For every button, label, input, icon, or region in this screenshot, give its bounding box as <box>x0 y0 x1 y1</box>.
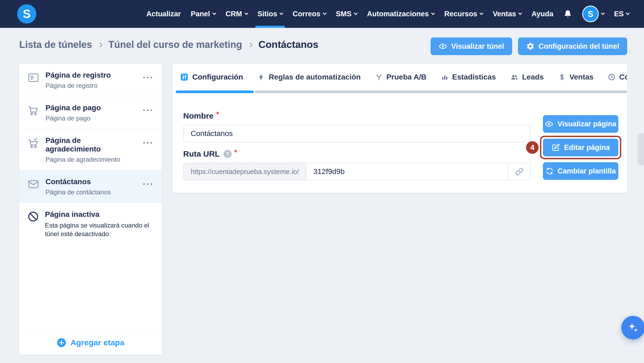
edge-panel-handle[interactable] <box>638 133 644 165</box>
tab-leads[interactable]: Leads <box>510 73 544 81</box>
step-subtitle: Página de contáctanos <box>45 188 136 196</box>
lightning-icon <box>258 73 265 81</box>
chevron-down-icon <box>480 11 483 15</box>
edit-pencil-icon <box>551 143 560 152</box>
nav-item-sms[interactable]: SMS <box>336 0 357 28</box>
page-settings-card: Configuración Reglas de automatización P… <box>172 64 627 193</box>
split-branch-icon <box>375 73 383 81</box>
chevron-down-icon <box>518 11 522 15</box>
breadcrumb: Lista de túneles Túnel del curso de mark… <box>19 39 318 50</box>
nav-item-crm[interactable]: CRM <box>225 0 248 28</box>
required-asterisk: * <box>216 110 219 119</box>
page-tabs: Configuración Reglas de automatización P… <box>172 64 627 90</box>
chevron-down-icon <box>626 11 630 15</box>
tabs-underline <box>172 90 627 93</box>
change-template-button[interactable]: Cambiar plantilla <box>543 162 618 180</box>
language-code: ES <box>614 10 624 18</box>
nav-item-automatizaciones[interactable]: Automatizaciones <box>367 0 434 28</box>
url-input-group: https://cuentadeprueba.systeme.io/ <box>183 163 531 180</box>
eye-icon <box>439 42 447 51</box>
help-icon[interactable]: ? <box>224 150 232 158</box>
chevron-down-icon <box>212 11 216 15</box>
nav-items: Actualizar Panel CRM Sitios Correos SMS … <box>146 0 629 28</box>
plus-circle-icon <box>57 338 66 347</box>
envelope-icon <box>27 178 40 190</box>
tab-reglas-automatizacion[interactable]: Reglas de automatización <box>258 73 361 81</box>
account-menu[interactable]: S <box>582 6 604 22</box>
funnel-header-actions: Visualizar túnel Configuración del túnel <box>431 37 627 55</box>
step-item-contactanos[interactable]: Contáctanos Página de contáctanos ··· <box>19 170 162 203</box>
step-subtitle: Página de registro <box>45 82 136 89</box>
nav-item-correos[interactable]: Correos <box>293 0 326 28</box>
assistant-fab[interactable] <box>621 316 644 339</box>
step-subtitle: Página de agradecimiento <box>45 156 136 163</box>
chevron-down-icon <box>279 11 283 15</box>
tabs-scrollbar-track[interactable] <box>255 90 627 93</box>
active-tab-underline <box>176 90 254 93</box>
step-more-menu-icon[interactable]: ··· <box>142 104 155 116</box>
add-step-button[interactable]: Agregar etapa <box>19 330 162 355</box>
tutorial-step-badge: 4 <box>526 141 539 154</box>
inactive-page-title: Página inactiva <box>45 210 155 219</box>
tab-configuracion[interactable]: Configuración <box>180 73 243 81</box>
edit-page-button[interactable]: Editar página <box>543 139 618 156</box>
chevron-down-icon <box>431 11 435 15</box>
nav-item-ayuda[interactable]: Ayuda <box>531 0 553 28</box>
nav-item-actualizar[interactable]: Actualizar <box>146 0 181 28</box>
refresh-icon <box>546 167 554 175</box>
step-item-registro[interactable]: Página de registro Página de registro ··… <box>19 64 162 96</box>
copy-link-button[interactable] <box>508 163 530 180</box>
step-item-agradecimiento[interactable]: Página de agradecimiento Página de agrad… <box>19 129 162 170</box>
nav-item-ventas[interactable]: Ventas <box>493 0 522 28</box>
nav-item-sitios[interactable]: Sitios <box>258 0 283 28</box>
step-more-menu-icon[interactable]: ··· <box>142 177 155 190</box>
edit-page-highlight-outline: 4 Editar página <box>540 136 621 159</box>
user-avatar: S <box>582 6 599 22</box>
chevron-down-icon <box>601 11 605 15</box>
step-title: Página de registro <box>45 71 136 80</box>
slash-circle-icon <box>27 211 39 222</box>
chevron-down-icon <box>354 11 358 15</box>
chevron-right-icon <box>98 42 102 47</box>
app-logo[interactable]: S <box>17 4 36 24</box>
required-asterisk: * <box>234 148 237 157</box>
tab-ventas[interactable]: Ventas <box>558 73 593 81</box>
notifications-bell-icon[interactable] <box>563 9 572 18</box>
step-title: Página de pago <box>45 104 136 112</box>
breadcrumb-current-page: Contáctanos <box>258 39 318 50</box>
link-icon <box>515 167 524 176</box>
chevron-down-icon <box>244 11 248 15</box>
breadcrumb-funnels-list[interactable]: Lista de túneles <box>19 39 92 50</box>
top-navbar: S Actualizar Panel CRM Sitios Correos SM… <box>0 0 644 28</box>
visualize-page-button[interactable]: Visualizar página <box>543 115 618 133</box>
nav-item-recursos[interactable]: Recursos <box>444 0 483 28</box>
visualize-funnel-button[interactable]: Visualizar túnel <box>431 37 512 55</box>
bar-chart-icon <box>441 73 448 81</box>
tab-estadisticas[interactable]: Estadísticas <box>441 73 496 81</box>
sparkles-icon <box>627 322 639 334</box>
chevron-right-icon <box>248 42 253 47</box>
tab-configu-truncated[interactable]: Configu <box>608 73 627 81</box>
dollar-icon <box>558 73 566 81</box>
step-more-menu-icon[interactable]: ··· <box>142 136 155 149</box>
clock-icon <box>608 73 615 81</box>
step-more-menu-icon[interactable]: ··· <box>142 71 155 84</box>
url-prefix: https://cuentadeprueba.systeme.io/ <box>184 163 306 180</box>
page-action-buttons: Visualizar página 4 Editar página Cambia… <box>543 115 618 180</box>
eye-icon <box>545 120 553 128</box>
cart-check-icon <box>27 137 40 149</box>
language-selector[interactable]: ES <box>614 10 629 18</box>
nav-item-panel[interactable]: Panel <box>191 0 216 28</box>
step-title: Página de agradecimiento <box>45 136 136 153</box>
inactive-page-description: Esta página se visualizará cuando el tún… <box>45 221 155 239</box>
tab-prueba-ab[interactable]: Prueba A/B <box>375 73 427 81</box>
funnel-steps-panel: Página de registro Página de registro ··… <box>19 64 162 355</box>
funnel-settings-button[interactable]: Configuración del túnel <box>518 37 627 55</box>
url-slug-input[interactable] <box>306 163 508 180</box>
settings-sliders-icon <box>180 73 189 81</box>
page-name-input[interactable] <box>183 125 531 142</box>
step-item-pago[interactable]: Página de pago Página de pago ··· <box>19 96 162 129</box>
breadcrumb-funnel-name[interactable]: Túnel del curso de marketing <box>108 39 242 50</box>
logo-letter: S <box>23 7 30 21</box>
inactive-page-item: Página inactiva Esta página se visualiza… <box>19 203 162 245</box>
